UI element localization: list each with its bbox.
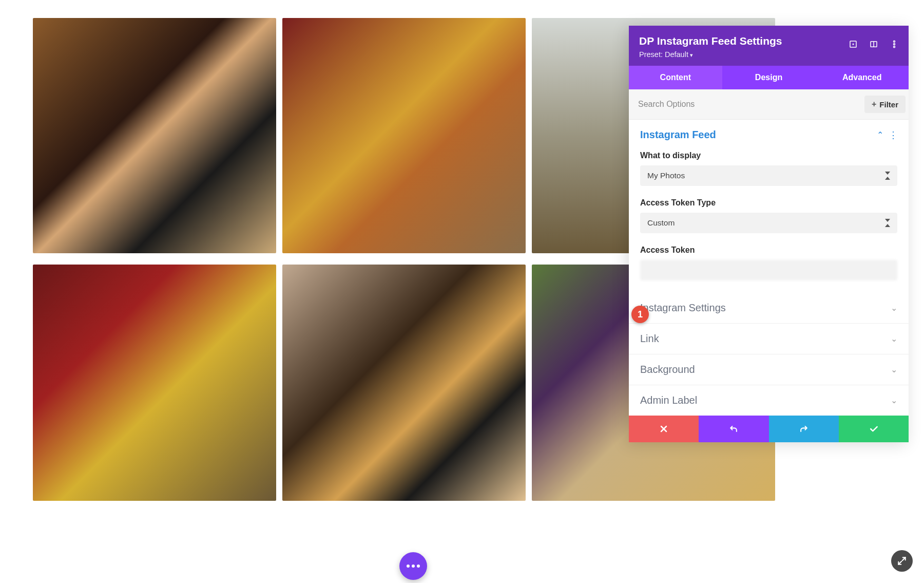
expand-button[interactable] [891, 550, 913, 572]
responsive-icon[interactable] [845, 36, 861, 52]
more-actions-button[interactable] [399, 552, 427, 580]
search-input[interactable] [638, 100, 864, 109]
chevron-down-icon: ⌄ [891, 365, 897, 374]
access-token-input[interactable] [640, 260, 897, 280]
chevron-down-icon: ⌄ [891, 334, 897, 344]
redo-button[interactable] [769, 416, 839, 442]
panel-body[interactable]: Instagram Feed ⌃ ⋮ What to display My Ph… [629, 120, 909, 416]
section-background: Background ⌄ [629, 354, 909, 385]
chevron-up-icon: ⌃ [877, 130, 883, 140]
panel-footer [629, 416, 909, 442]
svg-point-1 [853, 44, 854, 45]
section-toggle-instagram-settings[interactable]: Instagram Settings ⌄ [640, 302, 897, 314]
section-toggle-background[interactable]: Background ⌄ [640, 364, 897, 375]
access-token-type-select[interactable]: Custom [640, 213, 897, 233]
what-to-display-select[interactable]: My Photos [640, 165, 897, 186]
feed-image[interactable] [33, 265, 276, 501]
redo-icon [799, 424, 809, 434]
section-title: Instagram Feed [640, 129, 716, 141]
search-row: + Filter [629, 89, 909, 120]
section-instagram-settings: Instagram Settings ⌄ [629, 293, 909, 324]
feed-image[interactable] [282, 265, 526, 501]
section-options-icon[interactable]: ⋮ [889, 129, 897, 141]
settings-panel: DP Instagram Feed Settings Preset: Defau… [629, 26, 909, 442]
dot-icon [407, 565, 410, 568]
access-token-type-label: Access Token Type [640, 198, 897, 208]
expand-icon [897, 556, 907, 566]
section-title: Admin Label [640, 394, 697, 406]
dot-icon [412, 565, 415, 568]
chevron-down-icon: ⌄ [891, 396, 897, 405]
tab-advanced[interactable]: Advanced [815, 66, 909, 89]
cancel-button[interactable] [629, 416, 699, 442]
section-title: Link [640, 333, 659, 345]
section-instagram-feed: Instagram Feed ⌃ ⋮ [629, 120, 909, 141]
feed-image[interactable] [282, 18, 526, 253]
section-toggle-instagram-feed[interactable]: Instagram Feed ⌃ ⋮ [640, 129, 897, 141]
undo-icon [728, 424, 739, 434]
check-icon [869, 424, 879, 434]
kebab-menu-icon[interactable] [886, 36, 902, 52]
plus-icon: + [872, 100, 876, 109]
access-token-label: Access Token [640, 246, 897, 255]
resize-icon[interactable] [865, 36, 882, 52]
feed-image[interactable] [33, 18, 276, 253]
what-to-display-label: What to display [640, 151, 897, 160]
tab-design[interactable]: Design [722, 66, 816, 89]
close-icon [659, 424, 669, 434]
save-button[interactable] [839, 416, 909, 442]
section-admin-label: Admin Label ⌄ [629, 385, 909, 416]
callout-marker-1: 1 [631, 306, 649, 323]
filter-button[interactable]: + Filter [864, 96, 906, 113]
section-link: Link ⌄ [629, 324, 909, 354]
filter-label: Filter [879, 100, 898, 109]
tab-content[interactable]: Content [629, 66, 722, 89]
tabs: Content Design Advanced [629, 66, 909, 89]
section-toggle-link[interactable]: Link ⌄ [640, 333, 897, 345]
section-toggle-admin-label[interactable]: Admin Label ⌄ [640, 394, 897, 406]
section-title: Background [640, 364, 695, 375]
dot-icon [417, 565, 420, 568]
svg-point-6 [894, 46, 895, 48]
svg-point-5 [894, 44, 895, 45]
instagram-feed-fields: What to display My Photos Access Token T… [629, 141, 909, 293]
svg-point-4 [894, 41, 895, 42]
panel-header: DP Instagram Feed Settings Preset: Defau… [629, 26, 909, 66]
undo-button[interactable] [699, 416, 768, 442]
section-title: Instagram Settings [640, 302, 726, 314]
chevron-down-icon: ⌄ [891, 303, 897, 313]
